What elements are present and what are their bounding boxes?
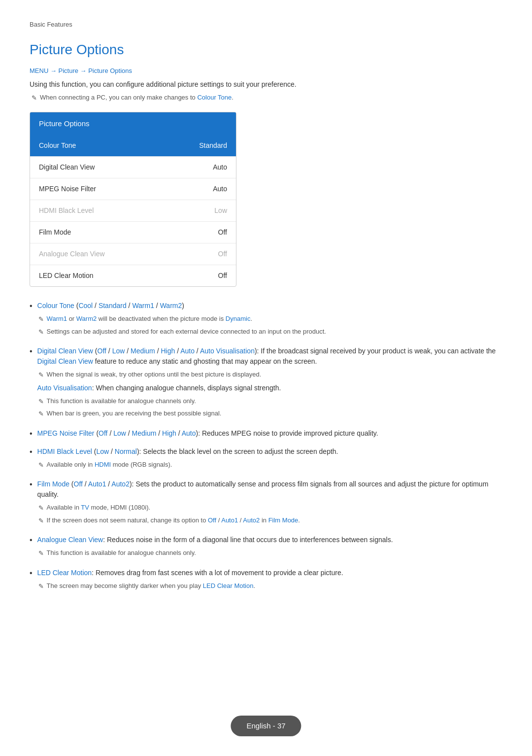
list-item-main-text: MPEG Noise Filter (Off / Low / Medium / … (37, 428, 502, 439)
sub-note: ✎Warm1 or Warm2 will be deactivated when… (37, 314, 502, 324)
intro-text: Using this function, you can configure a… (30, 79, 502, 90)
picture-options-box: Picture Options Colour ToneStandardDigit… (30, 112, 236, 287)
picture-options-header: Picture Options (30, 112, 236, 136)
sub-note: ✎If the screen does not seem natural, ch… (37, 515, 502, 526)
pencil-icon: ✎ (38, 460, 44, 470)
sub-note: ✎This function is available for analogue… (37, 548, 502, 558)
pencil-icon: ✎ (38, 327, 44, 337)
menu-row-value: Low (214, 206, 227, 216)
menu-row-label: Film Mode (39, 227, 71, 238)
menu-row: Analogue Clean ViewOff (30, 243, 236, 265)
list-item-main-text: Digital Clean View (Off / Low / Medium /… (37, 346, 502, 367)
menu-row: LED Clear MotionOff (30, 265, 236, 286)
basic-features-label: Basic Features (30, 20, 502, 30)
menu-row: HDMI Black LevelLow (30, 200, 236, 222)
breadcrumb: MENU → Picture → Picture Options (30, 66, 502, 76)
menu-table: Colour ToneStandardDigital Clean ViewAut… (30, 135, 236, 286)
menu-row-label: Analogue Clean View (39, 249, 105, 259)
menu-row-label: HDMI Black Level (39, 206, 94, 216)
list-item: Colour Tone (Cool / Standard / Warm1 / W… (30, 301, 502, 339)
content-list: Colour Tone (Cool / Standard / Warm1 / W… (30, 301, 502, 593)
menu-row: Digital Clean ViewAuto (30, 157, 236, 178)
pencil-icon: ✎ (32, 93, 37, 103)
page-title: Picture Options (30, 39, 502, 60)
list-item: Digital Clean View (Off / Low / Medium /… (30, 346, 502, 421)
pencil-icon: ✎ (38, 503, 44, 513)
pencil-icon: ✎ (38, 370, 44, 380)
sub-note: ✎Settings can be adjusted and stored for… (37, 327, 502, 337)
menu-row-label: MPEG Noise Filter (39, 184, 96, 194)
list-item-main-text: HDMI Black Level (Low / Normal): Selects… (37, 447, 502, 457)
menu-row: Colour ToneStandard (30, 135, 236, 157)
list-item-main-text: LED Clear Motion: Removes drag from fast… (37, 568, 502, 578)
footer-bar: English - 37 (231, 716, 301, 737)
menu-row-value: Standard (199, 140, 227, 151)
list-item: HDMI Black Level (Low / Normal): Selects… (30, 447, 502, 473)
menu-row-value: Off (218, 249, 227, 259)
list-item-main-text: Film Mode (Off / Auto1 / Auto2): Sets th… (37, 479, 502, 500)
sub-note: ✎This function is available for analogue… (37, 396, 502, 407)
menu-row: MPEG Noise FilterAuto (30, 178, 236, 200)
sub-note: ✎The screen may become slightly darker w… (37, 581, 502, 591)
sub-section: Auto Visualisation: When changing analog… (37, 383, 502, 393)
pencil-icon: ✎ (38, 582, 44, 591)
list-item: Analogue Clean View: Reduces noise in th… (30, 535, 502, 561)
pencil-icon: ✎ (38, 314, 44, 324)
menu-row: Film ModeOff (30, 222, 236, 243)
list-item-main-text: Analogue Clean View: Reduces noise in th… (37, 535, 502, 545)
menu-row-value: Auto (213, 162, 227, 172)
pencil-icon: ✎ (38, 549, 44, 558)
menu-row-label: Colour Tone (39, 140, 76, 151)
menu-row-value: Auto (213, 184, 227, 194)
menu-row-label: LED Clear Motion (39, 271, 94, 281)
menu-row-value: Off (218, 271, 227, 281)
menu-row-label: Digital Clean View (39, 162, 95, 172)
pencil-icon: ✎ (38, 516, 44, 526)
pencil-icon: ✎ (38, 409, 44, 419)
menu-row-value: Off (218, 227, 227, 238)
pencil-icon: ✎ (38, 397, 44, 407)
list-item: LED Clear Motion: Removes drag from fast… (30, 568, 502, 594)
list-item-main-text: Colour Tone (Cool / Standard / Warm1 / W… (37, 301, 502, 311)
sub-note: ✎Available only in HDMI mode (RGB signal… (37, 460, 502, 470)
list-item: Film Mode (Off / Auto1 / Auto2): Sets th… (30, 479, 502, 528)
sub-note: ✎When the signal is weak, try other opti… (37, 370, 502, 380)
sub-note: ✎Available in TV mode, HDMI (1080i). (37, 503, 502, 513)
pc-note: ✎ When connecting a PC, you can only mak… (30, 93, 502, 103)
list-item: MPEG Noise Filter (Off / Low / Medium / … (30, 428, 502, 440)
sub-note: ✎When bar is green, you are receiving th… (37, 409, 502, 419)
